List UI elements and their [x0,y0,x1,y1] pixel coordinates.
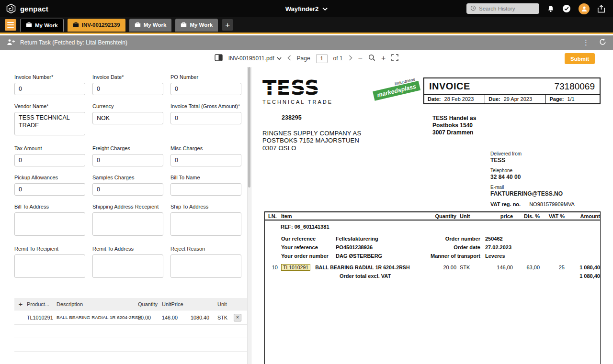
delivered-from-label: Delivered from [490,151,563,156]
chevron-down-icon [277,55,282,62]
top-bar: genpact Wayfinder2 [0,0,613,17]
field-label: Ship To Address [170,204,241,210]
tax-amount-input[interactable] [14,154,85,166]
field-invoice-total: Invoice Total (Gross Amount)* [170,103,241,137]
field-bill-to-name: Bill To Name [170,175,241,196]
pdf-file-selector[interactable]: INV-00195011.pdf [228,55,282,62]
invoice-total-input[interactable] [170,112,241,124]
col-unitprice: UnitPrice [162,301,191,307]
field-remit-to-recipient: Remit To Recipient [14,246,85,280]
thumbnail-toggle-icon[interactable] [215,54,223,63]
zoom-in-icon[interactable]: + [381,54,386,63]
tab-my-work-3[interactable]: My Work [175,19,218,32]
top-bar-actions [466,3,613,14]
vendor-name-input[interactable]: TESS TECHNICAL TRADE [14,112,85,135]
tab-my-work-1[interactable]: My Work [20,19,64,32]
misc-charges-input[interactable] [170,154,241,166]
tab-invoice-active[interactable]: INV-001292139 [68,19,125,32]
kebab-menu-icon[interactable]: ⋮ [582,38,590,47]
tab-label: INV-001292139 [82,22,120,28]
add-tab-button[interactable]: + [222,19,233,31]
field-invoice-date: Invoice Date* [92,74,163,95]
field-label: Remit To Recipient [14,246,85,252]
pickup-allowances-input[interactable] [14,183,85,196]
field-shipping-address-recepient: Shipping Address Recepient [92,204,163,238]
line-quantity: 20.00 [421,265,456,270]
item-description: BALL BEARING RADIAL 1R 6204-2RSH [315,265,409,270]
app-switcher[interactable]: Wayfinder2 [285,5,328,12]
search-history-box[interactable] [466,3,539,14]
check-circle-icon[interactable] [562,4,571,13]
form-scrollbar[interactable] [247,67,251,364]
telephone-label: Telephone [490,168,563,173]
email-label: E-mail [490,185,563,190]
invoice-title: INVOICE [429,81,470,92]
currency-input[interactable] [92,112,163,124]
page-number-input[interactable] [316,54,328,63]
remit-to-recipient-input[interactable] [14,254,85,278]
total-label: Order total excl. VAT [340,273,421,279]
supplier-address: TESS Handel as Postboks 1540 3007 Dramme… [432,115,476,136]
telephone-value: 32 84 40 00 [490,174,563,180]
email-value: FAKTURERING@TESS.NO [490,190,563,197]
freight-charges-input[interactable] [92,154,163,166]
invoice-date-input[interactable] [92,83,163,95]
cell-quantity: 20.00 [138,315,162,320]
field-reject-reason: Reject Reason [170,246,241,280]
shipping-address-recepient-input[interactable] [92,212,163,236]
cell-total: 1080.40 [191,315,217,320]
submit-button[interactable]: Submit [565,53,595,64]
invoice-number-input[interactable] [14,83,85,95]
fullscreen-icon[interactable] [391,54,398,63]
reject-reason-input[interactable] [170,254,241,278]
magnifier-icon[interactable] [368,54,375,63]
reference-row: Your order number DAG ØSTERBERG Manner o… [281,252,600,260]
field-remit-to-address: Remit To Address [92,246,163,280]
col-product: Product... [27,301,57,307]
reference-row: Our reference Fellesfakturering Order nu… [281,234,600,243]
col-quantity: Quantity [138,301,162,307]
chevron-down-icon [322,5,328,12]
field-label: Bill To Name [170,175,241,180]
pdf-viewer: TESS TECHNICAL TRADE 238295 RINGNES SUPP… [252,67,613,364]
field-invoice-number: Invoice Number* [14,74,85,95]
bill-to-name-input[interactable] [170,183,241,196]
user-avatar[interactable] [579,3,590,14]
ship-to-address-input[interactable] [170,212,241,236]
line-items-header: + Product... Description Quantity UnitPr… [14,298,247,310]
zoom-out-icon[interactable]: − [358,54,363,63]
task-bar-actions: ⋮ [582,38,606,47]
search-input[interactable] [479,6,533,11]
next-page-icon[interactable] [349,55,352,62]
page-label: Page [297,55,310,62]
delete-row-button[interactable]: × [234,314,241,321]
item-code-highlight[interactable]: TL1010291 [281,264,310,271]
table-row[interactable]: TL1010291 BALL BEARING RADIAL 1R 6204-2R… [14,310,247,325]
briefcase-icon [135,22,141,28]
export-icon[interactable] [597,5,605,13]
remit-to-address-input[interactable] [92,254,163,278]
po-number-input[interactable] [170,83,241,95]
field-label: Freight Charges [92,145,163,151]
bill-to-address-input[interactable] [14,212,85,236]
field-tax-amount: Tax Amount [14,145,85,166]
pdf-toolbar: INV-00195011.pdf Page of 1 − + Submit [0,50,613,67]
samples-charges-input[interactable] [92,183,163,196]
refresh-icon[interactable] [599,38,606,47]
prev-page-icon[interactable] [287,55,291,62]
invoice-number: 73180069 [554,81,595,92]
hamburger-icon[interactable] [5,19,16,31]
field-label: Shipping Address Recepient [92,204,163,210]
field-label: PO Number [170,74,241,80]
tab-my-work-2[interactable]: My Work [129,19,172,32]
tab-bar: My Work INV-001292139 My Work My Work + [0,17,613,34]
brand-name: genpact [20,5,48,13]
scrollbar-thumb[interactable] [248,67,250,188]
ref-line: REF: 06_601141381 [265,224,600,230]
marketplace-stamp: Industriens markedsplass [372,76,420,100]
add-row-button[interactable]: + [14,300,27,308]
app-window: genpact Wayfinder2 [0,0,613,364]
bell-icon[interactable] [547,5,555,13]
reference-block: Our reference Fellesfakturering Order nu… [265,234,600,260]
task-bar: Return Task (Fetched by: Lital Bernshtei… [0,35,613,50]
